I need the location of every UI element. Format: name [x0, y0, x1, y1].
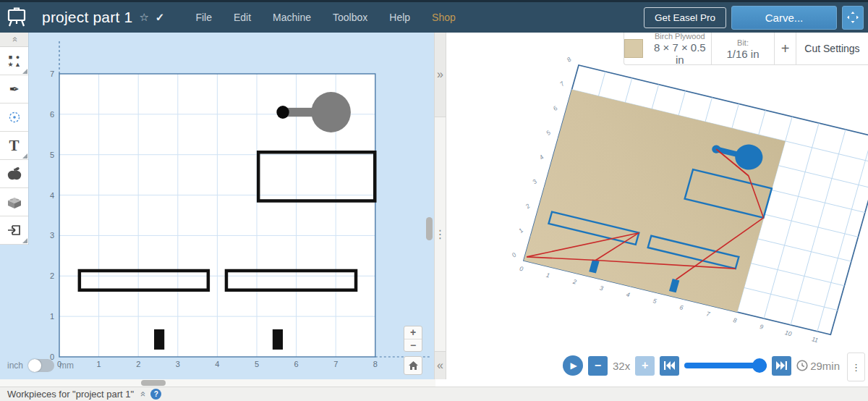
ruler-y-tick: 5 — [50, 151, 54, 159]
text-tool-icon: T — [9, 137, 19, 155]
material-dimensions: 8 × 7 × 0.5 in — [649, 41, 711, 66]
shapes-icon: ■●★▲ — [7, 54, 22, 68]
import-tool-button[interactable] — [0, 216, 28, 245]
simulation-options-handle[interactable]: ⋮ — [847, 353, 865, 381]
easel-logo-icon[interactable] — [0, 2, 33, 33]
divider-expand-right-button[interactable]: » — [435, 33, 446, 117]
simulation-playback-controls: ▶ − 32x + 29min — [563, 353, 840, 379]
tool-sidebar: » ■●★▲ ✒ T — [0, 33, 29, 245]
sim-y-tick: 0 — [510, 251, 517, 259]
menu-machine[interactable]: Machine — [262, 12, 322, 23]
simulation-svg[interactable]: 01234567891011012345678 — [446, 33, 868, 387]
simulation-panel-3d[interactable]: 01234567891011012345678 Birch Plywood 8 … — [446, 33, 868, 387]
workpieces-collapse-icon[interactable]: » — [137, 392, 148, 397]
text-tool-button[interactable]: T — [0, 132, 28, 160]
sim-x-tick: 8 — [732, 316, 737, 324]
horizontal-scrollbar-thumb[interactable] — [141, 380, 166, 386]
clipart-tool-button[interactable] — [0, 160, 28, 188]
zoom-out-button[interactable]: − — [404, 339, 422, 352]
menu-shop[interactable]: Shop — [421, 12, 467, 23]
ruler-x-tick: 4 — [215, 360, 219, 368]
material-block-tool-button[interactable] — [0, 188, 28, 216]
bit-label: Bit: — [737, 38, 749, 48]
bit-selector[interactable]: Bit: 1/16 in — [712, 33, 775, 64]
ruler-y-tick: 1 — [50, 312, 54, 321]
sim-y-tick: 8 — [565, 56, 572, 64]
sim-x-tick: 0 — [519, 265, 524, 273]
ruler-x-tick: 5 — [255, 360, 259, 368]
saved-check-icon: ✓ — [156, 11, 165, 24]
sidebar-collapse-button[interactable]: » — [0, 33, 28, 47]
chevron-left-icon: « — [437, 359, 443, 372]
unit-switch[interactable] — [28, 359, 54, 372]
get-easel-pro-button[interactable]: Get Easel Pro — [644, 7, 726, 28]
sim-x-tick: 2 — [571, 277, 577, 285]
play-button[interactable]: ▶ — [563, 355, 583, 376]
menu-toolbox[interactable]: Toolbox — [322, 12, 378, 23]
simulation-progress-slider[interactable] — [684, 363, 767, 368]
ruler-y-tick: 6 — [50, 110, 54, 119]
topbar-actions: Get Easel Pro Carve... — [644, 6, 864, 30]
brick-icon — [6, 195, 23, 209]
ruler-x-tick: 2 — [136, 360, 140, 368]
menu-edit[interactable]: Edit — [223, 12, 262, 23]
horizontal-scrollbar[interactable] — [0, 379, 435, 387]
unit-switch-knob[interactable] — [28, 359, 41, 372]
panel-divider: » ⋮ « — [434, 33, 446, 379]
menu-help[interactable]: Help — [378, 12, 421, 23]
skip-start-icon — [664, 361, 675, 370]
chevron-right-icon: » — [437, 68, 443, 81]
skip-to-end-button[interactable] — [772, 356, 791, 376]
apple-icon — [7, 166, 22, 182]
project-title[interactable]: project part 1 — [42, 9, 132, 26]
crosshair-target-icon — [7, 110, 22, 124]
time-label: 29min — [810, 360, 840, 372]
unit-mm-label: mm — [59, 360, 74, 371]
divider-expand-left-button[interactable]: « — [435, 351, 446, 379]
expand-arrows-icon — [847, 12, 859, 23]
skip-to-start-button[interactable] — [660, 356, 679, 376]
vertical-scrollbar-thumb[interactable] — [426, 217, 433, 240]
speed-increase-button[interactable]: + — [635, 356, 655, 376]
design-canvas-2d[interactable]: 01234567801234567 inch mm + − — [0, 33, 434, 379]
fullscreen-expand-button[interactable] — [842, 6, 864, 30]
unit-toggle: inch mm — [7, 359, 74, 372]
top-bar: project part 1 ☆ ✓ File Edit Machine Too… — [0, 0, 868, 33]
estimated-time: 29min — [796, 360, 840, 372]
cut-settings-button[interactable]: Cut Settings — [796, 33, 868, 64]
sim-x-tick: 7 — [706, 310, 711, 318]
sim-x-tick: 3 — [599, 284, 604, 292]
carve-button[interactable]: Carve... — [731, 6, 837, 30]
add-bit-button[interactable]: + — [775, 33, 796, 64]
sim-y-tick: 7 — [558, 80, 566, 88]
help-icon[interactable]: ? — [150, 389, 161, 400]
pen-tool-button[interactable]: ✒ — [0, 75, 28, 104]
set-origin-tool-button[interactable] — [0, 104, 28, 132]
sim-x-tick: 9 — [759, 323, 764, 331]
ruler-y-tick: 2 — [50, 271, 54, 280]
material-selector[interactable]: Birch Plywood 8 × 7 × 0.5 in — [624, 33, 712, 64]
speed-decrease-button[interactable]: − — [588, 356, 608, 376]
sim-y-tick: 5 — [545, 129, 552, 137]
clock-icon — [796, 360, 808, 371]
sim-y-tick: 3 — [531, 177, 538, 185]
divider-drag-handle[interactable]: ⋮ — [435, 117, 446, 351]
zoom-in-button[interactable]: + — [404, 326, 422, 339]
sim-x-tick: 5 — [652, 297, 658, 305]
menu-file[interactable]: File — [184, 12, 223, 23]
bit-value: 1/16 in — [726, 48, 759, 60]
skip-end-icon — [776, 361, 787, 370]
ruler-y-tick: 4 — [50, 191, 54, 200]
shapes-tool-button[interactable]: ■●★▲ — [0, 47, 28, 75]
sim-x-tick: 4 — [626, 290, 631, 298]
design-canvas-svg[interactable]: 01234567801234567 — [0, 33, 434, 379]
home-icon — [409, 361, 418, 370]
workpieces-label: Workpieces for "project part 1" — [7, 389, 134, 400]
zoom-home-button[interactable] — [404, 356, 422, 375]
zoom-controls: + − — [404, 326, 422, 352]
workpieces-bar[interactable]: Workpieces for "project part 1" » ? — [0, 387, 868, 401]
slider-knob[interactable] — [752, 358, 767, 373]
ruler-y-tick: 7 — [50, 69, 54, 78]
favorite-star-icon[interactable]: ☆ — [139, 11, 148, 24]
easel-logo-glyph — [6, 7, 27, 28]
